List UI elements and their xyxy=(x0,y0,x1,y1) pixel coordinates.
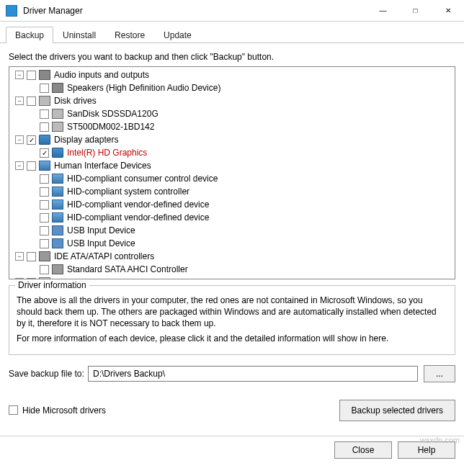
hid-icon xyxy=(52,199,63,210)
driver-tree[interactable]: −Audio inputs and outputsSpeakers (High … xyxy=(9,66,455,279)
titlebar: Driver Manager — □ ✕ xyxy=(0,0,464,22)
tree-node[interactable]: HID-compliant vendor-defined device xyxy=(9,211,455,224)
tree-checkbox[interactable] xyxy=(40,265,49,274)
ide-icon xyxy=(52,264,63,274)
disk-icon xyxy=(52,122,63,132)
tree-label: IDE ATA/ATAPI controllers xyxy=(53,251,154,261)
backup-selected-button[interactable]: Backup selected drivers xyxy=(339,400,455,421)
collapse-icon[interactable]: − xyxy=(15,161,24,170)
tree-label: Audio inputs and outputs xyxy=(53,70,149,80)
disk-icon xyxy=(39,96,50,106)
usb-icon xyxy=(52,238,63,248)
save-path-label: Save backup file to: xyxy=(9,369,88,379)
hide-ms-checkbox[interactable] xyxy=(9,405,18,415)
collapse-icon[interactable]: − xyxy=(15,135,24,144)
speaker-icon xyxy=(52,83,63,93)
tree-label: SanDisk SDSSDA120G xyxy=(66,109,159,119)
browse-button[interactable]: ... xyxy=(424,365,455,382)
tree-label: Disk drives xyxy=(53,96,97,106)
tree-node[interactable]: −Keyboards xyxy=(9,276,455,279)
tree-checkbox[interactable] xyxy=(40,200,49,210)
tree-checkbox[interactable] xyxy=(40,213,49,223)
tree-label: HID-compliant vendor-defined device xyxy=(66,199,209,210)
tree-label: Speakers (High Definition Audio Device) xyxy=(66,83,220,93)
tree-label: USB Input Device xyxy=(66,225,135,235)
tree-checkbox[interactable] xyxy=(40,174,49,184)
maximize-button[interactable]: □ xyxy=(399,0,432,21)
tree-label: Intel(R) HD Graphics xyxy=(66,148,147,158)
close-button[interactable]: Close xyxy=(334,441,392,459)
tree-node[interactable]: SanDisk SDSSDA120G xyxy=(9,107,455,120)
tree-node[interactable]: HID-compliant consumer control device xyxy=(9,172,455,185)
ide-icon xyxy=(39,251,50,261)
driver-info-para2: For more information of each device, ple… xyxy=(17,333,447,344)
tab-update[interactable]: Update xyxy=(154,27,201,43)
tree-node[interactable]: Standard SATA AHCI Controller xyxy=(9,263,455,276)
collapse-icon[interactable]: − xyxy=(15,96,24,105)
driver-info-group: Driver information The above is all the … xyxy=(9,285,455,355)
tree-checkbox[interactable] xyxy=(40,226,49,235)
tab-restore[interactable]: Restore xyxy=(105,27,154,43)
collapse-icon[interactable]: − xyxy=(15,252,24,261)
close-window-button[interactable]: ✕ xyxy=(432,0,464,21)
tree-node[interactable]: USB Input Device xyxy=(9,237,455,250)
tree-node[interactable]: −IDE ATA/ATAPI controllers xyxy=(9,250,455,263)
tree-checkbox[interactable] xyxy=(27,161,36,171)
tree-checkbox[interactable] xyxy=(27,278,36,280)
monitor-icon xyxy=(52,148,63,158)
tree-checkbox[interactable] xyxy=(27,71,36,80)
tree-label: HID-compliant system controller xyxy=(66,187,189,197)
hid-icon xyxy=(39,161,50,171)
options-row: Hide Microsoft drivers Backup selected d… xyxy=(9,400,455,421)
tree-node[interactable]: USB Input Device xyxy=(9,224,455,237)
tree-checkbox[interactable] xyxy=(27,96,36,106)
tree-node[interactable]: HID-compliant system controller xyxy=(9,185,455,198)
tree-node[interactable]: −Audio inputs and outputs xyxy=(9,68,455,81)
disk-icon xyxy=(52,109,63,119)
monitor-icon xyxy=(39,135,50,145)
tree-label: Standard SATA AHCI Controller xyxy=(66,264,188,274)
collapse-icon[interactable]: − xyxy=(15,71,24,79)
tab-backup[interactable]: Backup xyxy=(6,27,53,43)
save-path-row: Save backup file to: ... xyxy=(9,365,455,382)
tree-label: HID-compliant vendor-defined device xyxy=(66,212,209,223)
tab-content: Select the drivers you want to backup an… xyxy=(0,43,464,427)
app-icon xyxy=(6,5,17,17)
tree-label: USB Input Device xyxy=(66,238,135,248)
tree-label: ST500DM002-1BD142 xyxy=(66,122,154,132)
help-button[interactable]: Help xyxy=(398,441,455,459)
collapse-icon[interactable]: − xyxy=(15,278,24,279)
tab-bar: BackupUninstallRestoreUpdate xyxy=(0,22,464,43)
driver-info-para1: The above is all the drivers in your com… xyxy=(17,295,447,330)
tree-node[interactable]: HID-compliant vendor-defined device xyxy=(9,198,455,211)
hide-ms-label: Hide Microsoft drivers xyxy=(22,405,106,416)
hid-icon xyxy=(52,174,63,184)
speaker-icon xyxy=(39,70,50,80)
keyboard-icon xyxy=(39,277,50,279)
minimize-button[interactable]: — xyxy=(367,0,399,21)
save-path-input[interactable] xyxy=(88,366,418,382)
tree-label: Human Interface Devices xyxy=(53,161,151,171)
tree-node[interactable]: Intel(R) HD Graphics xyxy=(9,146,455,159)
tree-checkbox[interactable] xyxy=(40,122,49,132)
tree-node[interactable]: −Disk drives xyxy=(9,94,455,107)
tree-checkbox[interactable] xyxy=(40,239,49,248)
hid-icon xyxy=(52,187,63,197)
tree-checkbox[interactable] xyxy=(27,252,36,261)
tree-node[interactable]: Speakers (High Definition Audio Device) xyxy=(9,81,455,94)
tree-checkbox[interactable] xyxy=(40,109,49,119)
usb-icon xyxy=(52,225,63,235)
tree-checkbox[interactable] xyxy=(40,84,49,93)
tree-node[interactable]: −Display adapters xyxy=(9,133,455,146)
tree-checkbox[interactable] xyxy=(40,187,49,197)
tree-label: HID-compliant consumer control device xyxy=(66,174,218,184)
window-title: Driver Manager xyxy=(23,6,83,16)
tree-node[interactable]: −Human Interface Devices xyxy=(9,159,455,172)
tab-uninstall[interactable]: Uninstall xyxy=(53,27,105,43)
tree-label: Display adapters xyxy=(53,135,118,145)
tree-checkbox[interactable] xyxy=(40,148,49,158)
tree-checkbox[interactable] xyxy=(27,135,36,145)
hid-icon xyxy=(52,212,63,223)
tree-node[interactable]: ST500DM002-1BD142 xyxy=(9,120,455,133)
driver-info-legend: Driver information xyxy=(15,280,89,290)
